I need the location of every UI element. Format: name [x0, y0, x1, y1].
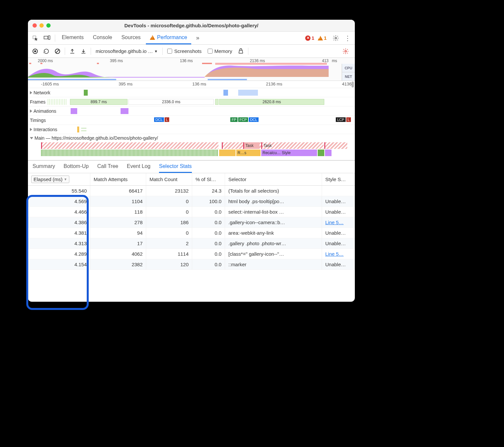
cell: 2382: [90, 259, 146, 270]
th-attempts[interactable]: Match Attempts: [90, 173, 146, 185]
upload-icon[interactable]: [67, 46, 78, 57]
track-network[interactable]: Network: [28, 88, 355, 97]
dtab-selector-stats[interactable]: Selector Stats: [159, 161, 192, 173]
track-animations[interactable]: Animations: [28, 106, 355, 116]
expand-icon[interactable]: [30, 128, 32, 131]
expand-icon[interactable]: [30, 109, 32, 113]
svg-rect-9: [28, 79, 116, 80]
warning-badge[interactable]: 1: [318, 35, 327, 41]
memory-input[interactable]: [208, 49, 213, 54]
collapse-icon[interactable]: [30, 137, 33, 139]
flame-block[interactable]: [219, 150, 236, 156]
download-icon[interactable]: [78, 46, 89, 57]
tab-sources[interactable]: Sources: [117, 32, 145, 44]
memory-label: Memory: [215, 48, 232, 54]
dtab-summary[interactable]: Summary: [33, 161, 55, 173]
flame-block[interactable]: Task: [243, 142, 260, 149]
target-selector[interactable]: microsoftedge.github.io … ▼: [93, 47, 160, 55]
cell: [322, 186, 355, 196]
cell: .gallery .photo .photo-wr…: [225, 238, 322, 248]
gc-icon[interactable]: [236, 46, 246, 57]
screenshots-checkbox[interactable]: Screenshots: [165, 48, 204, 54]
table-row[interactable]: 4.56911040100.0html body .ps-tooltip[po……: [28, 196, 355, 207]
flame-block[interactable]: Task: [261, 142, 324, 149]
error-badge[interactable]: ✕ 1: [305, 35, 314, 41]
timing-marker: L: [346, 117, 351, 122]
th-pct[interactable]: % of Sl…: [192, 173, 225, 185]
selector-stats-table: Elapsed (ms)▼ Match Attempts Match Count…: [28, 173, 355, 302]
cell: 4.569: [28, 196, 90, 206]
svg-point-3: [335, 37, 337, 39]
table-row[interactable]: 4.3819400.0area:-webkit-any-linkUnable…: [28, 228, 355, 238]
track-frames[interactable]: Frames 899.7 ms 2336.0 ms 2620.8 ms: [28, 97, 355, 106]
table-row[interactable]: 55.540664172313224.3(Totals for all sele…: [28, 186, 355, 196]
flame-block[interactable]: [324, 142, 347, 149]
cell: [class*=" gallery-icon--"…: [225, 249, 322, 259]
tab-performance[interactable]: Performance: [146, 32, 191, 44]
clear-icon[interactable]: [52, 46, 63, 57]
cell: 4.381: [28, 228, 90, 238]
sort-icon: ▼: [64, 177, 67, 181]
cell: 0: [146, 207, 192, 217]
flame-block[interactable]: [325, 150, 332, 156]
cell: 24.3: [192, 186, 225, 196]
table-row[interactable]: 4.289406211140.0[class*=" gallery-icon--…: [28, 249, 355, 259]
reload-icon[interactable]: [41, 46, 52, 57]
capture-settings-icon[interactable]: [340, 46, 351, 57]
dtab-event-log[interactable]: Event Log: [127, 161, 150, 173]
tab-console[interactable]: Console: [89, 32, 116, 44]
ruler-tick: 2136 ms: [266, 82, 283, 88]
table-row[interactable]: 4.46611800.0select:-internal-list-box …U…: [28, 207, 355, 217]
table-row[interactable]: 4.15423821200.0::markerUnable…: [28, 259, 355, 270]
th-selector[interactable]: Selector: [225, 173, 322, 185]
settings-icon[interactable]: [331, 33, 341, 43]
track-interactions[interactable]: Interactions: [28, 125, 355, 134]
flame-block[interactable]: [318, 150, 324, 156]
flame-block[interactable]: [41, 150, 218, 156]
warning-icon: [318, 36, 323, 40]
error-count: 1: [311, 35, 314, 41]
expand-icon[interactable]: [30, 91, 32, 94]
cell: Unable…: [322, 196, 355, 206]
screenshots-input[interactable]: [167, 49, 172, 54]
svg-point-8: [345, 50, 347, 52]
th-elapsed[interactable]: Elapsed (ms)▼: [28, 173, 90, 185]
table-row[interactable]: 4.3862781860.0.gallery-icon--camera::b…L…: [28, 217, 355, 228]
dtab-call-tree[interactable]: Call Tree: [97, 161, 118, 173]
more-tabs-icon[interactable]: »: [193, 33, 203, 43]
th-style[interactable]: Style S…: [322, 173, 355, 185]
tracks-ruler: -1605 ms 395 ms 136 ms 2136 ms 4136: [28, 81, 355, 88]
overview-timeline[interactable]: 2000 ms 395 ms 136 ms 2136 ms 413 ms CPU…: [28, 58, 355, 81]
track-label: Network: [34, 90, 50, 95]
flame-block[interactable]: [41, 142, 218, 149]
svg-rect-10: [208, 79, 247, 80]
inspect-icon[interactable]: [30, 33, 40, 43]
cell: (Totals for all selectors): [225, 186, 322, 196]
device-toggle-icon[interactable]: [42, 33, 52, 43]
flame-row: R…s Recalcu… Style: [28, 149, 355, 156]
track-label: Main — https://microsoftedge.github.io/D…: [34, 135, 158, 141]
cell: Line 5…: [322, 249, 355, 259]
cell: ::marker: [225, 259, 322, 270]
table-row[interactable]: 4.3131720.0.gallery .photo .photo-wr…Una…: [28, 238, 355, 249]
record-icon[interactable]: [30, 46, 40, 57]
frame-segment: 2336.0 ms: [128, 99, 214, 105]
track-main[interactable]: Main — https://microsoftedge.github.io/D…: [28, 134, 355, 160]
flame-block[interactable]: R…s: [236, 150, 261, 156]
kebab-icon[interactable]: ⋮: [342, 33, 353, 43]
cell: 0.0: [192, 259, 225, 270]
style-link[interactable]: Line 5…: [325, 251, 344, 257]
scrollbar-thumb[interactable]: [352, 82, 354, 87]
timing-marker: FP: [230, 117, 238, 122]
screenshots-label: Screenshots: [174, 48, 201, 54]
style-link[interactable]: Line 5…: [325, 220, 344, 225]
flame-block[interactable]: Recalcu… Style: [261, 150, 317, 156]
timing-marker: DCL: [249, 117, 259, 122]
th-count[interactable]: Match Count: [146, 173, 192, 185]
tab-elements[interactable]: Elements: [58, 32, 88, 44]
cell: Line 5…: [322, 217, 355, 227]
cell: 0: [146, 228, 192, 238]
track-timings[interactable]: Timings DCL L FP FCP DCL LCP L: [28, 116, 355, 125]
dtab-bottom-up[interactable]: Bottom-Up: [63, 161, 88, 173]
memory-checkbox[interactable]: Memory: [205, 48, 235, 54]
